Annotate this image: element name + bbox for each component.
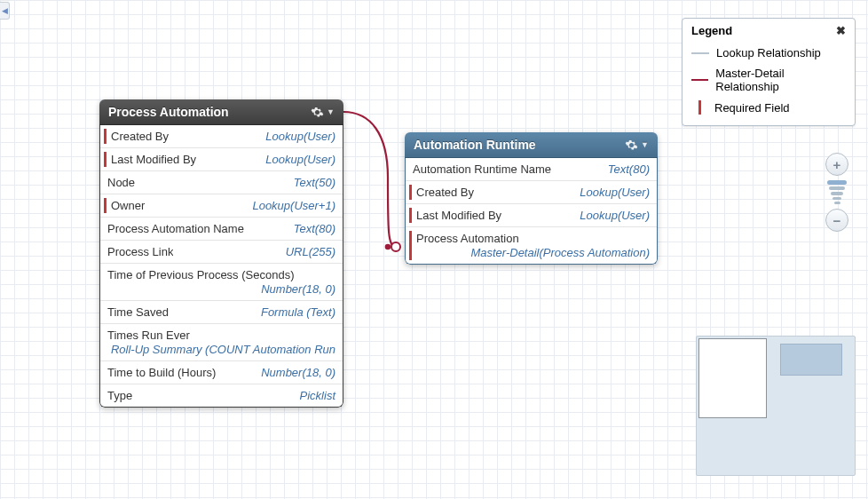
legend-swatch: [691, 52, 709, 54]
field-row[interactable]: Last Modified ByLookup(User): [100, 148, 343, 171]
field-type: Lookup(User): [265, 130, 335, 143]
chevron-down-icon: ▼: [641, 140, 649, 149]
field-label: Time of Previous Process (Seconds): [107, 268, 335, 281]
field-label: Owner: [111, 199, 145, 212]
collapse-panel-button[interactable]: ◀: [0, 2, 10, 20]
field-row[interactable]: Created ByLookup(User): [100, 125, 343, 148]
field-label: Last Modified By: [111, 153, 196, 166]
legend-item: Lookup Relationship: [691, 43, 846, 63]
field-row[interactable]: Created ByLookup(User): [406, 181, 657, 204]
field-type: Text(50): [294, 176, 335, 189]
field-row[interactable]: Process AutomationMaster-Detail(Process …: [406, 227, 657, 264]
field-label: Created By: [416, 186, 474, 199]
entity-menu-button[interactable]: ▼: [311, 106, 335, 119]
field-type: URL(255): [286, 245, 335, 258]
field-row[interactable]: OwnerLookup(User+1): [100, 194, 343, 218]
svg-point-1: [385, 244, 391, 250]
legend-panel: Legend ✖ Lookup RelationshipMaster-Detai…: [682, 18, 856, 126]
field-row[interactable]: TypePicklist: [100, 384, 343, 407]
gear-icon: [311, 106, 324, 119]
zoom-slider[interactable]: [827, 178, 847, 206]
field-type: Lookup(User): [580, 186, 650, 199]
entity-field-list: Created ByLookup(User)Last Modified ByLo…: [99, 125, 343, 408]
field-row[interactable]: Process Automation NameText(80): [100, 218, 343, 241]
field-label: Type: [107, 389, 132, 402]
chevron-down-icon: ▼: [327, 107, 335, 116]
entity-automation-runtime[interactable]: Automation Runtime ▼ Automation Runtime …: [405, 132, 658, 265]
legend-swatch: [698, 100, 701, 115]
legend-close-button[interactable]: ✖: [836, 24, 846, 37]
field-label: Process Automation Name: [107, 222, 244, 235]
field-type: Lookup(User): [265, 153, 335, 166]
field-label: Time Saved: [107, 305, 169, 319]
entity-process-automation[interactable]: Process Automation ▼ Created ByLookup(Us…: [99, 99, 343, 408]
field-type: Formula (Text): [261, 305, 335, 319]
field-label: Process Automation: [416, 232, 650, 245]
master-detail-connector: [343, 107, 414, 257]
field-label: Automation Runtime Name: [413, 162, 551, 176]
zoom-in-button[interactable]: +: [825, 153, 848, 176]
field-type: Text(80): [608, 162, 650, 176]
field-type: Lookup(User): [580, 209, 650, 222]
field-type: Text(80): [294, 222, 335, 235]
field-type: Lookup(User+1): [252, 199, 335, 212]
entity-header[interactable]: Process Automation ▼: [99, 99, 343, 125]
field-row[interactable]: NodeText(50): [100, 171, 343, 194]
legend-label: Required Field: [714, 101, 790, 115]
legend-item: Master-Detail Relationship: [691, 63, 846, 97]
field-type: Picklist: [300, 389, 335, 402]
entity-header[interactable]: Automation Runtime ▼: [405, 132, 658, 158]
field-label: Last Modified By: [416, 209, 501, 222]
field-row[interactable]: Times Run EverRoll-Up Summary (COUNT Aut…: [100, 324, 343, 361]
entity-menu-button[interactable]: ▼: [625, 139, 649, 152]
field-label: Process Link: [107, 245, 173, 258]
legend-label: Lookup Relationship: [716, 46, 821, 59]
minimap[interactable]: [696, 336, 856, 476]
entity-title: Process Automation: [108, 105, 229, 119]
zoom-control: + −: [825, 153, 848, 232]
field-row[interactable]: Time of Previous Process (Seconds)Number…: [100, 264, 343, 301]
legend-title: Legend: [691, 24, 732, 37]
legend-swatch: [691, 79, 708, 81]
field-label: Created By: [111, 130, 169, 143]
field-row[interactable]: Time to Build (Hours)Number(18, 0): [100, 361, 343, 384]
field-row[interactable]: Process LinkURL(255): [100, 241, 343, 264]
field-row[interactable]: Last Modified ByLookup(User): [406, 204, 657, 227]
legend-label: Master-Detail Relationship: [715, 67, 846, 93]
legend-item: Required Field: [691, 97, 846, 118]
entity-title: Automation Runtime: [414, 138, 536, 152]
field-row[interactable]: Automation Runtime NameText(80): [406, 158, 657, 181]
svg-point-0: [391, 242, 400, 251]
field-type: Number(18, 0): [261, 366, 335, 379]
field-label: Times Run Ever: [107, 329, 335, 342]
gear-icon: [625, 139, 638, 152]
field-label: Node: [107, 176, 135, 189]
minimap-node: [780, 344, 842, 376]
field-type: Roll-Up Summary (COUNT Automation Run: [107, 343, 335, 356]
field-type: Master-Detail(Process Automation): [416, 246, 650, 259]
field-type: Number(18, 0): [107, 282, 335, 296]
minimap-viewport[interactable]: [698, 338, 767, 418]
zoom-out-button[interactable]: −: [825, 209, 848, 232]
field-label: Time to Build (Hours): [107, 366, 216, 379]
field-row[interactable]: Time SavedFormula (Text): [100, 301, 343, 324]
entity-field-list: Automation Runtime NameText(80)Created B…: [405, 158, 658, 265]
